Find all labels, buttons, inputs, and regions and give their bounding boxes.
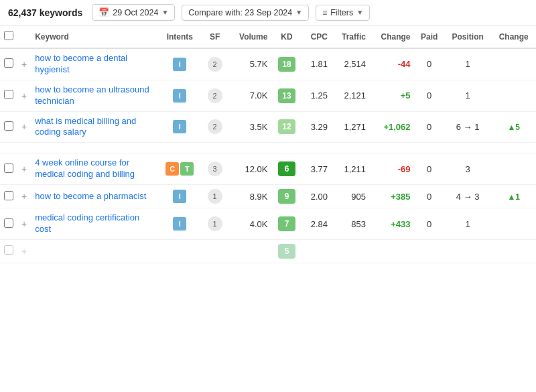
kd-value: 7 (278, 216, 295, 231)
row-add-cell[interactable]: + (17, 48, 31, 80)
keyword-link[interactable]: how to become a dental hygienist (35, 53, 127, 74)
paid-cell: 0 (415, 208, 444, 240)
row-checkbox[interactable] (4, 218, 13, 228)
header-keyword: Keyword (31, 25, 158, 48)
row-add-cell[interactable]: + (17, 239, 31, 263)
keyword-link[interactable]: medical coding certification cost (35, 212, 139, 234)
row-add-cell[interactable]: + (17, 111, 31, 143)
keyword-cell: medical coding certification cost (31, 208, 158, 240)
cpc-cell: 1.25 (302, 80, 332, 111)
date-picker-button[interactable]: 📅 29 Oct 2024 ▼ (92, 4, 175, 21)
row-add-cell[interactable]: + (17, 153, 31, 185)
row-add-cell[interactable]: + (17, 80, 31, 111)
traffic-cell: 2,121 (332, 80, 370, 111)
position-cell: 6 → 1 (444, 111, 491, 143)
traffic-cell (332, 239, 370, 263)
compare-button[interactable]: Compare with: 23 Sep 2024 ▼ (182, 5, 309, 21)
cpc-cell: 3.29 (302, 111, 332, 143)
position-cell: 1 (444, 80, 491, 111)
row-checkbox[interactable] (4, 58, 13, 68)
volume-cell: 3.5K (228, 111, 272, 143)
add-keyword-icon[interactable]: + (21, 218, 27, 229)
traffic-cell: 1,211 (332, 153, 370, 185)
intent-badge-i: I (173, 190, 186, 203)
table-row: +4 week online course for medical coding… (0, 153, 536, 185)
sf-value: 2 (208, 119, 222, 134)
sf-value: 2 (208, 57, 222, 72)
add-keyword-icon[interactable]: + (21, 121, 27, 132)
table-header-row: Keyword Intents SF Volume KD CPC Traffic… (0, 25, 536, 48)
row-checkbox[interactable] (4, 245, 13, 255)
traffic-cell: 905 (332, 185, 370, 208)
intent-badge-c: C (165, 162, 179, 176)
keyword-count: 62,437 keywords (8, 7, 82, 18)
calendar-icon: 📅 (98, 7, 109, 17)
cpc-cell: 2.84 (302, 208, 332, 240)
add-keyword-icon[interactable]: + (21, 90, 27, 101)
sf-cell: 2 (201, 80, 228, 111)
sf-cell: 2 (201, 48, 228, 80)
position-display: 1 (448, 219, 487, 229)
header-cpc: CPC (302, 25, 332, 48)
spacer-row (0, 143, 536, 153)
row-add-cell[interactable]: + (17, 185, 31, 208)
add-keyword-icon[interactable]: + (21, 191, 27, 202)
filter-label: Filters (330, 8, 353, 17)
kd-value: 13 (278, 88, 295, 103)
header-volume: Volume (228, 25, 272, 48)
header-intents: Intents (158, 25, 201, 48)
add-keyword-icon[interactable]: + (21, 59, 27, 70)
filter-button[interactable]: ≡ Filters ▼ (316, 5, 370, 21)
position-display: 3 (448, 164, 487, 174)
cpc-cell (302, 239, 332, 263)
traffic-change-cell (370, 239, 415, 263)
row-checkbox[interactable] (4, 191, 13, 200)
volume-cell: 8.9K (228, 185, 272, 208)
position-change-cell (491, 153, 536, 185)
keyword-link[interactable]: what is medical billing and coding salar… (35, 116, 136, 137)
position-cell: 4 → 3 (444, 185, 491, 208)
kd-cell: 12 (271, 111, 302, 143)
traffic-cell: 853 (332, 208, 370, 240)
position-display: 1 (448, 59, 487, 69)
position-change-cell (491, 80, 536, 111)
position-cell: 1 (444, 48, 491, 80)
row-checkbox[interactable] (4, 121, 13, 131)
paid-cell: 0 (415, 48, 444, 80)
intents-cell: I (158, 48, 201, 80)
keyword-cell: how to become a dental hygienist (31, 48, 158, 80)
chevron-down-icon-2: ▼ (295, 9, 302, 16)
row-checkbox[interactable] (4, 90, 13, 99)
sf-value: 3 (208, 161, 222, 176)
row-checkbox-cell (0, 239, 17, 263)
traffic-change-value: +385 (391, 192, 410, 202)
header-change2: Change (491, 25, 536, 48)
keywords-table: Keyword Intents SF Volume KD CPC Traffic… (0, 25, 536, 263)
row-checkbox[interactable] (4, 164, 13, 173)
cpc-cell: 3.77 (302, 153, 332, 185)
position-display: 1 (448, 90, 487, 101)
traffic-change-value: +1,062 (383, 122, 410, 132)
add-keyword-icon[interactable]: + (21, 246, 27, 257)
keyword-link[interactable]: how to become an ultrasound technician (35, 84, 149, 106)
keyword-link[interactable]: 4 week online course for medical coding … (35, 157, 135, 179)
add-keyword-icon[interactable]: + (21, 164, 27, 174)
keyword-link[interactable]: how to become a pharmacist (35, 191, 146, 201)
date-label: 29 Oct 2024 (113, 8, 158, 17)
row-add-cell[interactable]: + (17, 208, 31, 240)
position-change-cell: ▲5 (491, 111, 536, 143)
select-all-checkbox[interactable] (4, 31, 13, 40)
position-change-cell: ▲1 (491, 185, 536, 208)
kd-cell: 6 (271, 153, 302, 185)
position-change-cell (491, 239, 536, 263)
volume-cell: 5.7K (228, 48, 272, 80)
traffic-change-cell: +5 (370, 80, 415, 111)
intents-cell: I (158, 111, 201, 143)
table-row: +what is medical billing and coding sala… (0, 111, 536, 143)
traffic-change-value: -69 (398, 164, 411, 174)
paid-cell (415, 239, 444, 263)
position-change-cell (491, 208, 536, 240)
sf-value: 1 (208, 189, 222, 204)
position-cell: 3 (444, 153, 491, 185)
table-row-partial: + 5 (0, 239, 536, 263)
